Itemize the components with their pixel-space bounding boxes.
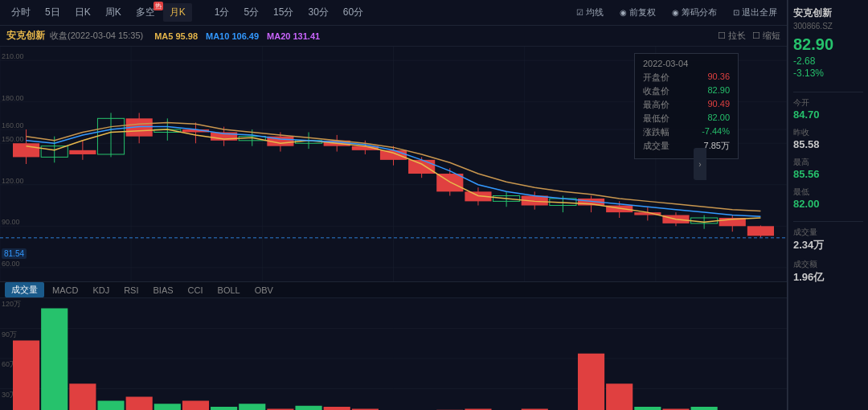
sidebar-low: 最低 82.00 <box>793 187 863 210</box>
ind-tab-rsi[interactable]: RSI <box>117 284 145 297</box>
volume-val: 2.34万 <box>793 238 863 252</box>
nav-fen-shi[interactable]: 分时 <box>5 3 37 22</box>
top-nav: 分时 5日 日K 周K 多空 热 月K 1分 5分 15分 30分 60分 ☑ … <box>0 0 787 26</box>
nav-60fen[interactable]: 60分 <box>337 3 370 22</box>
ma5-legend: MA5 95.98 <box>154 31 198 41</box>
expand-sidebar-arrow[interactable]: › <box>694 148 706 180</box>
sidebar-prev-close: 昨收 85.58 <box>793 127 863 150</box>
divider-1 <box>793 92 863 92</box>
info-high-row: 最高价 90.49 <box>643 99 730 111</box>
sidebar-panel: 安克创新 300866.SZ 82.90 -2.68 -3.13% 今开 84.… <box>788 0 868 410</box>
toggle-avg-line[interactable]: ☑ 均线 <box>571 5 608 20</box>
nav-15fen[interactable]: 15分 <box>267 3 300 22</box>
checkbox-icon: ☑ <box>576 8 583 17</box>
nav-5ri[interactable]: 5日 <box>39 3 67 22</box>
nav-1fen[interactable]: 1分 <box>208 3 236 22</box>
amount-val: 1.96亿 <box>793 270 863 285</box>
shrink-ctrl[interactable]: ☐ 缩短 <box>752 30 780 42</box>
stretch-ctrl[interactable]: ☐ 拉长 <box>718 30 746 42</box>
info-low-val: 82.00 <box>707 113 730 125</box>
today-open-label: 今开 <box>793 97 863 109</box>
info-volume-row: 成交量 7.85万 <box>643 140 730 152</box>
ind-tab-bias[interactable]: BIAS <box>147 284 180 297</box>
info-change-val: -7.44% <box>702 126 730 138</box>
info-high-val: 90.49 <box>707 99 730 111</box>
ind-tab-chengjiao[interactable]: 成交量 <box>5 282 44 297</box>
nav-yue-k[interactable]: 月K <box>163 3 192 22</box>
toggle-restore[interactable]: ◉ 前复权 <box>615 5 661 20</box>
stock-titlebar: 安克创新 收盘(2022-03-04 15:35) MA5 95.98 MA10… <box>0 26 787 47</box>
sidebar-change: -2.68 <box>793 55 863 67</box>
high-val: 85.56 <box>793 168 863 180</box>
info-open-label: 开盘价 <box>643 72 669 84</box>
info-low-row: 最低价 82.00 <box>643 113 730 125</box>
sidebar-price: 82.90 <box>793 35 863 54</box>
sidebar-stock-name: 安克创新 <box>793 6 863 20</box>
info-change-row: 涨跌幅 -7.44% <box>643 126 730 138</box>
chip-icon: ◉ <box>672 8 679 17</box>
stock-close-time: 收盘(2022-03-04 15:35) <box>50 30 143 42</box>
info-change-label: 涨跌幅 <box>643 126 669 138</box>
info-low-label: 最低价 <box>643 113 669 125</box>
amount-label: 成交额 <box>793 259 863 270</box>
volume-label: 成交量 <box>793 227 863 238</box>
indicator-area: 成交量 MACD KDJ RSI BIAS CCI BOLL OBV 2020-… <box>0 281 787 410</box>
ma-legend: MA5 95.98 MA10 106.49 MA20 131.41 <box>154 31 320 41</box>
chart-controls: ☐ 拉长 ☐ 缩短 <box>718 30 780 42</box>
low-label: 最低 <box>793 187 863 198</box>
info-close-label: 收盘价 <box>643 85 669 97</box>
info-close-val: 82.90 <box>707 85 730 97</box>
ind-tab-obv[interactable]: OBV <box>248 284 280 297</box>
hot-badge: 热 <box>154 2 163 10</box>
app-container: 分时 5日 日K 周K 多空 热 月K 1分 5分 15分 30分 60分 ☑ … <box>0 0 868 410</box>
main-chart-area: 分时 5日 日K 周K 多空 热 月K 1分 5分 15分 30分 60分 ☑ … <box>0 0 788 410</box>
prev-close-label: 昨收 <box>793 127 863 138</box>
volume-chart-canvas <box>0 298 787 410</box>
stock-name-title: 安克创新 <box>6 29 45 43</box>
restore-label: 前复权 <box>629 6 656 18</box>
nav-zhou-k[interactable]: 周K <box>99 3 128 22</box>
ma10-legend: MA10 106.49 <box>206 31 259 41</box>
nav-right-controls: ☑ 均线 ◉ 前复权 ◉ 筹码分布 ⊡ 退出全屏 <box>571 5 782 20</box>
info-close-row: 收盘价 82.90 <box>643 85 730 97</box>
ind-tab-kdj[interactable]: KDJ <box>86 284 116 297</box>
current-price-label: 81.54 <box>2 248 27 259</box>
exit-fullscreen-label: 退出全屏 <box>742 6 777 18</box>
nav-duo-kong[interactable]: 多空 热 <box>129 3 162 22</box>
price-info-box: 2022-03-04 开盘价 90.36 收盘价 82.90 最高价 90.49 <box>634 53 739 159</box>
divider-2 <box>793 221 863 222</box>
sidebar-pct: -3.13% <box>793 68 863 79</box>
info-open-val: 90.36 <box>707 72 730 84</box>
sidebar-code: 300866.SZ <box>793 22 863 31</box>
ind-tab-boll[interactable]: BOLL <box>211 284 247 297</box>
sidebar-volume: 成交量 2.34万 <box>793 227 863 252</box>
exit-fullscreen-btn[interactable]: ⊡ 退出全屏 <box>728 5 782 20</box>
info-open-row: 开盘价 90.36 <box>643 72 730 84</box>
nav-ri-k[interactable]: 日K <box>68 3 97 22</box>
high-label: 最高 <box>793 157 863 168</box>
avg-line-label: 均线 <box>586 6 604 18</box>
radio-icon: ◉ <box>620 8 627 17</box>
info-volume-val: 7.85万 <box>704 140 730 152</box>
info-high-label: 最高价 <box>643 99 669 111</box>
sidebar-today-open: 今开 84.70 <box>793 97 863 121</box>
ind-tab-macd[interactable]: MACD <box>46 284 84 297</box>
ind-tab-cci[interactable]: CCI <box>182 284 210 297</box>
sidebar-amount: 成交额 1.96亿 <box>793 259 863 285</box>
ma20-legend: MA20 131.41 <box>267 31 320 41</box>
price-chart-wrapper: 2022-03-04 开盘价 90.36 收盘价 82.90 最高价 90.49 <box>0 47 787 281</box>
indicator-tabs: 成交量 MACD KDJ RSI BIAS CCI BOLL OBV <box>0 282 787 298</box>
today-open-val: 84.70 <box>793 109 863 121</box>
nav-5fen[interactable]: 5分 <box>237 3 265 22</box>
sidebar-high: 最高 85.56 <box>793 157 863 180</box>
nav-30fen[interactable]: 30分 <box>301 3 334 22</box>
info-date: 2022-03-04 <box>643 59 730 68</box>
toggle-chip-dist[interactable]: ◉ 筹码分布 <box>667 5 722 20</box>
low-val: 82.00 <box>793 198 863 210</box>
chip-label: 筹码分布 <box>682 6 717 18</box>
volume-chart-wrapper <box>0 298 787 410</box>
prev-close-val: 85.58 <box>793 138 863 150</box>
fullscreen-icon: ⊡ <box>733 8 739 17</box>
info-volume-label: 成交量 <box>643 140 669 152</box>
